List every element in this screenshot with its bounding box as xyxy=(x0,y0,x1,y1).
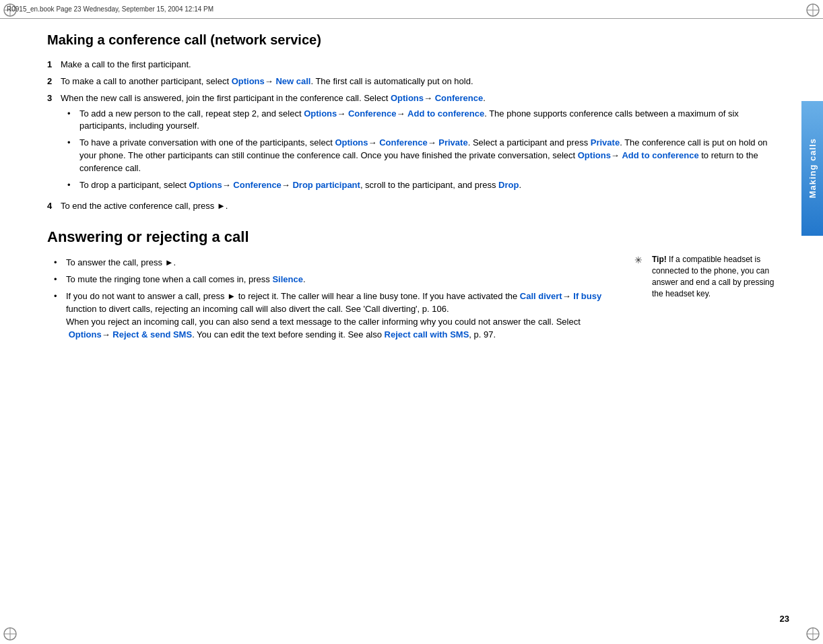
bullet-3-2: • To have a private conversation with on… xyxy=(67,137,783,175)
reject-key-icon: ► xyxy=(227,291,236,301)
addtoconf-link-3-2c: Add to conference xyxy=(622,150,698,160)
options-link-3-2c: Options xyxy=(578,150,611,160)
step-3-text: When the new call is answered, join the … xyxy=(61,92,783,196)
reg-mark-bl xyxy=(3,626,18,641)
tip-body: If a compatible headset is connected to … xyxy=(652,255,774,298)
answer-key-icon: ► xyxy=(165,257,174,267)
step-1-num: 1 xyxy=(47,59,58,71)
step-2: 2 To make a call to another participant,… xyxy=(47,75,783,88)
options-link-3-2: Options xyxy=(335,137,368,148)
header-bar: R0915_en.book Page 23 Wednesday, Septemb… xyxy=(0,0,823,19)
private-link-3-2b: Private xyxy=(591,137,620,148)
section2-body: • To answer the call, press ►. • To mute… xyxy=(47,254,783,345)
rejectcallsms-link: Reject call with SMS xyxy=(385,329,469,340)
tip-text: Tip! If a compatible headset is connecte… xyxy=(652,254,783,299)
header-text: R0915_en.book Page 23 Wednesday, Septemb… xyxy=(7,5,213,13)
section2-main: • To answer the call, press ►. • To mute… xyxy=(47,254,621,345)
step-4-text: To end the active conference call, press… xyxy=(61,200,228,213)
sidebar-tab: Making calls xyxy=(801,101,823,236)
private-link-3-2: Private xyxy=(438,137,467,148)
conference-link-3-2: Conference xyxy=(379,137,428,148)
step-3-bullets: • To add a new person to the call, repea… xyxy=(67,108,783,192)
step-4: 4 To end the active conference call, pre… xyxy=(47,200,783,213)
options-link-s2: Options xyxy=(69,329,102,340)
step-1-text: Make a call to the first participant. xyxy=(61,59,191,71)
droppart-link-3-3: Drop participant xyxy=(292,180,360,190)
conference-link-3-1: Conference xyxy=(348,108,397,119)
step-3-num: 3 xyxy=(47,92,58,196)
step-2-text: To make a call to another participant, s… xyxy=(61,75,473,88)
reg-mark-br xyxy=(805,626,820,641)
bullet-3-3: • To drop a participant, select Options→… xyxy=(67,179,783,192)
step-2-num: 2 xyxy=(47,75,58,88)
section2-title: Answering or rejecting a call xyxy=(47,228,783,246)
sec2-bullet-3: • If you do not want to answer a call, p… xyxy=(54,290,621,341)
newcall-link: New call xyxy=(275,76,310,86)
tip-label: Tip! xyxy=(652,255,667,264)
tip-column: ✳ Tip! If a compatible headset is connec… xyxy=(634,254,783,345)
section2-bullets: • To answer the call, press ►. • To mute… xyxy=(54,257,621,341)
section1-title: Making a conference call (network servic… xyxy=(47,32,783,48)
options-link-2: Options xyxy=(232,76,265,86)
step-1: 1 Make a call to the first participant. xyxy=(47,59,783,71)
step-3: 3 When the new call is answered, join th… xyxy=(47,92,783,196)
numbered-list: 1 Make a call to the first participant. … xyxy=(47,59,783,212)
tip-icon: ✳ xyxy=(634,254,648,299)
options-link-3-1: Options xyxy=(304,108,337,119)
sec2-bullet-1: • To answer the call, press ►. xyxy=(54,257,621,269)
conference-link-3-3: Conference xyxy=(233,180,282,190)
sec2-bullet-2: • To mute the ringing tone when a call c… xyxy=(54,273,621,286)
silence-link: Silence xyxy=(272,274,303,284)
drop-link-3-3: Drop xyxy=(498,180,519,190)
rejectsms-link: Reject & send SMS xyxy=(112,329,192,340)
bullet-3-1: • To add a new person to the call, repea… xyxy=(67,108,783,133)
step-4-num: 4 xyxy=(47,200,58,213)
options-link-3: Options xyxy=(391,93,424,103)
conference-link-3: Conference xyxy=(435,93,484,103)
options-link-3-3: Options xyxy=(189,180,222,190)
calldivert-link: Call divert xyxy=(520,291,562,301)
main-content: Making a conference call (network servic… xyxy=(40,19,789,617)
end-key-icon: ► xyxy=(217,201,226,211)
sidebar-label: Making calls xyxy=(808,138,818,198)
ifbusy-link: If busy xyxy=(573,291,601,301)
addtoconf-link-3-1: Add to conference xyxy=(407,108,484,119)
tip-box: ✳ Tip! If a compatible headset is connec… xyxy=(634,254,783,299)
